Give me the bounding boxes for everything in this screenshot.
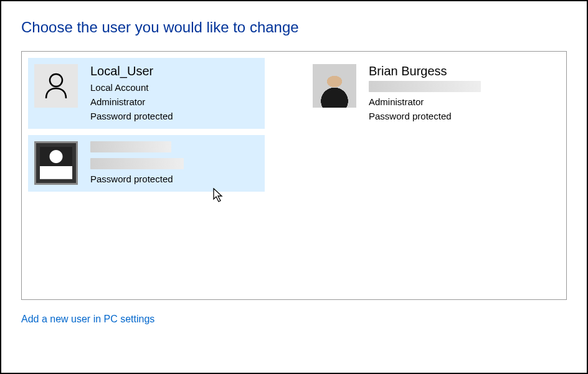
user-info: Local_User Local Account Administrator P… [90,64,173,123]
user-tile-redacted[interactable]: Password protected [28,135,265,192]
user-detail: Password protected [90,172,184,185]
users-panel: Local_User Local Account Administrator P… [21,51,567,300]
user-name: Local_User [90,64,173,78]
avatar-photo [313,64,356,108]
user-email-redacted [90,158,184,171]
user-info: Brian Burgess Administrator Password pro… [369,64,481,123]
svg-point-0 [50,74,62,86]
users-grid: Local_User Local Account Administrator P… [28,58,560,192]
user-tile-local-user[interactable]: Local_User Local Account Administrator P… [28,58,265,129]
user-name-redacted [90,141,184,156]
user-tile-brian-burgess[interactable]: Brian Burgess Administrator Password pro… [306,58,543,129]
user-detail: Administrator [90,95,173,108]
user-detail: Password protected [90,110,173,123]
user-name: Brian Burgess [369,64,481,78]
add-user-link[interactable]: Add a new user in PC settings [21,314,154,325]
user-email-redacted [369,81,481,94]
user-detail: Administrator [369,95,481,108]
avatar-photo [34,141,78,185]
user-detail: Local Account [90,81,173,94]
page-title: Choose the user you would like to change [21,19,567,36]
avatar-placeholder-icon [34,64,78,108]
user-info: Password protected [90,141,184,185]
user-detail: Password protected [369,110,481,123]
